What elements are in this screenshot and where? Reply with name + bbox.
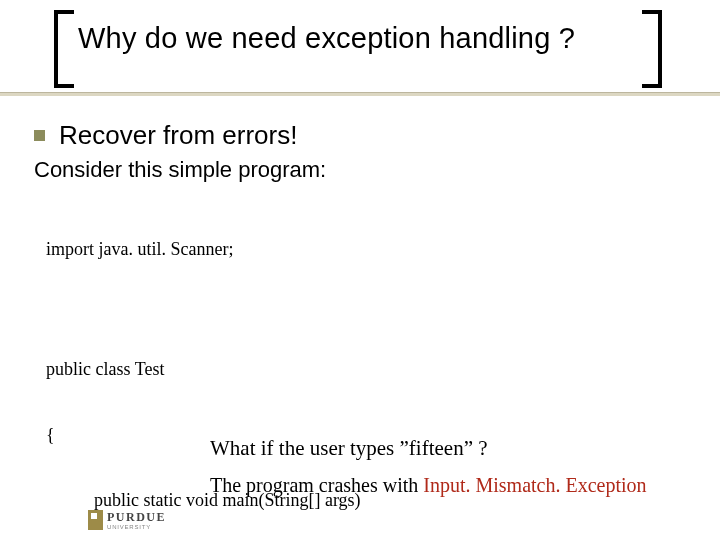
answer-prefix: The program crashes with	[210, 474, 423, 496]
logo-name: PURDUE	[107, 510, 166, 525]
square-bullet-icon	[34, 130, 45, 141]
answer-text: The program crashes with Input. Mismatch…	[210, 474, 647, 497]
bullet-item: Recover from errors!	[34, 120, 700, 151]
blank-line	[46, 305, 700, 315]
bullet-text: Recover from errors!	[59, 120, 297, 151]
code-line: public class Test	[46, 359, 700, 381]
purdue-logo: PURDUE UNIVERSITY	[88, 510, 166, 530]
code-line: import java. util. Scanner;	[46, 239, 700, 261]
logo-p-icon	[88, 510, 103, 530]
exception-name: Input. Mismatch. Exception	[423, 474, 646, 496]
title-bracket-frame: Why do we need exception handling ?	[54, 30, 662, 82]
logo-text-wrap: PURDUE UNIVERSITY	[107, 510, 166, 530]
left-bracket-icon	[54, 10, 74, 88]
subheading: Consider this simple program:	[34, 157, 700, 183]
question-text: What if the user types ”fifteen” ?	[210, 436, 488, 461]
horizontal-rule	[0, 92, 720, 96]
right-bracket-icon	[642, 10, 662, 88]
slide-title: Why do we need exception handling ?	[78, 22, 638, 55]
